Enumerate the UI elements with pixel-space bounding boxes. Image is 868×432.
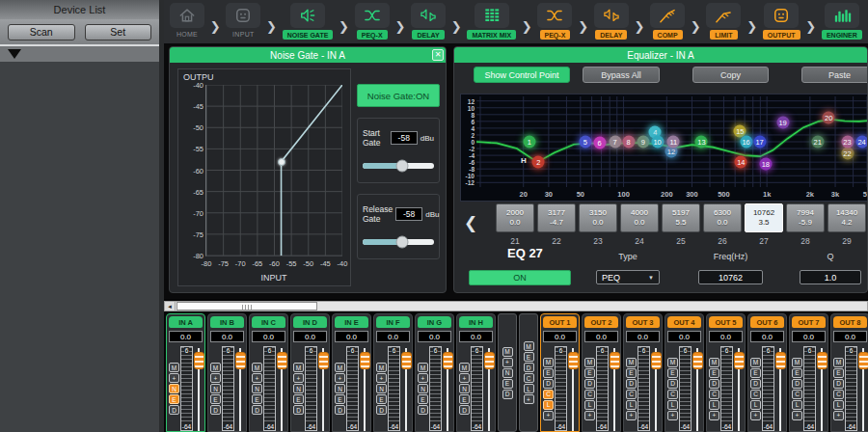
fader[interactable] [817,346,826,431]
toolbar-item-enginer-11[interactable]: ENGINER [822,3,862,40]
fader[interactable] [692,346,701,431]
eq-control-point-19[interactable]: 19 [776,117,789,129]
channel-button-m[interactable]: M [584,358,595,367]
toolbar-item-noise-gate-2[interactable]: NOISE GATE [283,3,334,40]
channel-gain-display[interactable]: 0.0 [376,331,410,342]
channel-tab[interactable]: OUT 5 [709,316,743,328]
channel-gain-display[interactable]: 0.0 [210,331,244,342]
release-gate-input[interactable] [395,207,422,221]
channel-button-m[interactable]: M [169,363,179,372]
scroll-left-arrow-icon[interactable]: ◂ [165,302,176,310]
channel-button-m[interactable]: M [376,363,387,372]
channel-button-m[interactable]: M [709,358,719,367]
channel-gain-display[interactable]: 0.0 [667,331,701,342]
channel-button-plus[interactable]: + [543,411,554,420]
channel-button-e[interactable]: E [524,352,534,362]
paste-button[interactable]: Paste [801,67,868,83]
device-tree-expander[interactable] [0,44,159,62]
channel-tab[interactable]: OUT 1 [543,316,577,328]
channel-button-m[interactable]: M [792,358,802,367]
fader[interactable] [277,346,285,431]
channel-button-m[interactable]: M [293,363,304,372]
channel-button-l[interactable]: L [792,400,802,410]
start-gate-slider[interactable] [363,163,434,169]
channel-button-d[interactable]: D [750,379,761,389]
channel-button-plus[interactable]: + [502,358,513,367]
channel-button-c[interactable]: C [584,390,595,399]
fader-handle[interactable] [484,352,495,369]
eq-control-point-13[interactable]: 13 [695,136,708,148]
eq-control-point-17[interactable]: 17 [753,136,766,148]
eq-band-cell-25[interactable]: 51975.5 [662,203,700,232]
channel-button-e[interactable]: E [833,368,844,378]
channel-button-d[interactable]: D [376,405,387,415]
channel-gain-display[interactable]: 0.0 [709,331,743,342]
channel-tab[interactable]: OUT 6 [750,316,784,328]
eq-control-point-9[interactable]: 9 [637,136,649,148]
channel-button-plus[interactable]: + [293,373,304,383]
toolbar-item-peq-x-3[interactable]: PEQ-X [355,3,390,40]
band-scroll-left-button[interactable]: ❮ [464,213,477,233]
channel-button-c[interactable]: C [524,373,534,383]
fader-handle[interactable] [318,352,329,369]
fader[interactable] [318,346,327,431]
channel-button-m[interactable]: M [252,363,262,372]
channel-button-n[interactable]: N [418,384,428,393]
slider-knob[interactable] [395,160,408,173]
channel-strip-out-6[interactable]: OUT 60.0MEDCL+6-64 [747,313,787,432]
channel-gain-display[interactable]: 0.0 [169,331,203,342]
channel-tab[interactable]: IN A [169,316,203,328]
channel-button-e[interactable]: E [502,379,513,389]
channel-button-plus[interactable]: + [524,394,534,404]
channel-button-d[interactable]: D [709,379,719,389]
channel-button-plus[interactable]: + [626,411,637,420]
channel-button-plus[interactable]: + [376,373,387,383]
channel-button-e[interactable]: E [709,368,719,378]
channel-button-c[interactable]: C [626,390,637,399]
eq-control-point-18[interactable]: 18 [759,158,772,171]
channel-button-m[interactable]: M [750,358,761,367]
eq-band-cell-23[interactable]: 31500.0 [579,203,617,232]
set-button[interactable]: Set [85,24,152,40]
channel-gain-display[interactable]: 0.0 [833,331,867,342]
toolbar-item-peq-x-6[interactable]: PEQ-X [537,3,572,40]
fader-handle[interactable] [443,352,453,369]
fader[interactable] [775,346,784,431]
channel-button-n[interactable]: N [459,384,470,393]
channel-button-l[interactable]: L [709,400,719,410]
channel-gain-display[interactable]: 0.0 [792,331,826,342]
channel-gain-display[interactable]: 0.0 [418,331,451,342]
channel-button-d[interactable]: D [502,390,513,399]
channel-button-d[interactable]: D [459,405,470,415]
channel-button-plus[interactable]: + [210,373,221,383]
channel-button-e[interactable]: E [335,394,345,404]
noise-gate-plot[interactable]: -40-45-50-55-60-65-70-75-80-80-75-70-65-… [205,85,342,256]
channel-button-m[interactable]: M [667,358,678,367]
threshold-handle[interactable] [278,158,285,166]
toolbar-item-delay-4[interactable]: DELAY [411,3,446,40]
eq-control-point-10[interactable]: 10 [651,136,664,148]
channel-button-n[interactable]: N [169,384,179,393]
channel-strip-out-2[interactable]: OUT 20.0MEDCL+6-64 [582,313,621,432]
channel-button-d[interactable]: D [543,379,554,389]
channel-button-l[interactable]: L [584,400,595,410]
channel-button-e[interactable]: E [459,394,470,404]
channel-button-m[interactable]: M [418,363,428,372]
show-control-point-button[interactable]: Show Control Point [474,67,570,83]
channel-gain-display[interactable]: 0.0 [543,331,577,342]
channel-button-d[interactable]: D [584,379,595,389]
fader-handle[interactable] [734,352,745,369]
channel-button-m[interactable]: M [459,363,470,372]
eq-plot[interactable]: 121086420-2-4-6-8-10-1220305010020030050… [476,96,867,187]
channel-button-c[interactable]: C [709,390,719,399]
channel-button-plus[interactable]: + [584,411,595,420]
fader-handle[interactable] [235,352,246,369]
channel-button-l[interactable]: L [543,400,554,410]
toolbar-item-output-10[interactable]: OUTPUT [763,3,800,40]
channel-button-n[interactable]: N [502,368,513,378]
channel-tab[interactable]: IN F [376,316,410,328]
channel-button-plus[interactable]: + [252,373,262,383]
eq-band-cell-29[interactable]: 143404.2 [827,203,866,232]
scan-button[interactable]: Scan [8,24,75,40]
channel-tab[interactable]: IN G [418,316,451,328]
